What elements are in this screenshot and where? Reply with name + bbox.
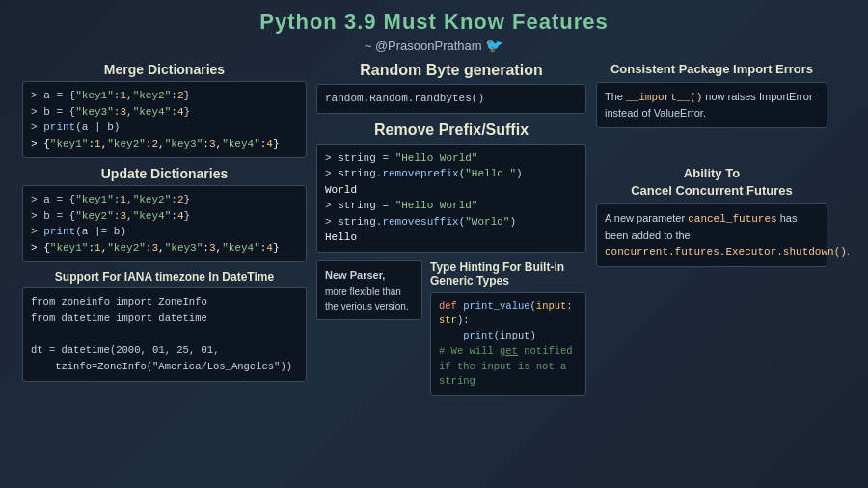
code-line: > a = {"key1":1,"key2":2} — [31, 192, 298, 208]
page-wrapper: Python 3.9 Must Know Features ~ @Prasoon… — [0, 0, 868, 488]
code-line: print(input) — [439, 329, 578, 344]
code-line: > string.removeprefix("Hello ") — [325, 166, 578, 182]
random-byte-title: Random Byte generation — [316, 62, 586, 79]
iana-title: Support For IANA timezone In DateTime — [22, 270, 307, 284]
random-byte-code-text: random.Random.randbytes() — [325, 93, 484, 104]
code-line: dt = datetime(2000, 01, 25, 01, — [31, 342, 298, 359]
merge-dict-section: Merge Dictionaries > a = {"key1":1,"key2… — [22, 62, 307, 158]
consistent-pkg-title: Consistent Package Import Errors — [596, 62, 827, 78]
code-line: > b = {"key3":3,"key4":4} — [31, 104, 298, 121]
left-column: Merge Dictionaries > a = {"key1":1,"key2… — [22, 62, 307, 396]
code-line: > string.removesuffix("World") — [325, 214, 578, 230]
new-parser-label: New Parser, — [325, 267, 414, 284]
remove-prefix-title: Remove Prefix/Suffix — [316, 122, 586, 139]
consistent-pkg-info: The __import__() now raises ImportError … — [596, 82, 827, 128]
code-line: > {"key1":1,"key2":3,"key3":3,"key4":4} — [31, 240, 298, 257]
code-line: > string = "Hello World" — [325, 198, 578, 214]
bottom-mid: New Parser, more flexible than the verio… — [316, 260, 586, 397]
random-byte-code: random.Random.randbytes() — [316, 84, 586, 114]
update-dict-section: Update Dictionaries > a = {"key1":1,"key… — [22, 166, 307, 262]
code-line: def print_value(input: str): — [439, 299, 578, 330]
new-parser-box: New Parser, more flexible than the verio… — [316, 260, 422, 321]
code-line — [31, 327, 298, 343]
new-parser-text: more flexible than the verious version. — [325, 285, 414, 313]
code-line: > b = {"key2":3,"key4":4} — [31, 208, 298, 225]
mid-column: Random Byte generation random.Random.ran… — [316, 62, 586, 396]
subtitle: ~ @PrasoonPratham 🐦 — [14, 37, 854, 54]
code-line: > {"key1":1,"key2":2,"key3":3,"key4":4} — [31, 136, 298, 152]
update-dict-code: > a = {"key1":1,"key2":2} > b = {"key2":… — [22, 185, 307, 262]
type-hint-title: Type Hinting For Built-in Generic Types — [430, 260, 586, 287]
iana-section: Support For IANA timezone In DateTime fr… — [22, 270, 307, 382]
twitter-icon: 🐦 — [485, 37, 503, 53]
right-column: Consistent Package Import Errors The __i… — [596, 62, 827, 396]
header: Python 3.9 Must Know Features ~ @Prasoon… — [14, 10, 854, 54]
code-line: tzinfo=ZoneInfo("America/Los_Angeles")) — [31, 359, 298, 375]
code-line: from datetime import datetime — [31, 311, 298, 327]
remove-prefix-code: > string = "Hello World" > string.remove… — [316, 144, 586, 253]
code-line: # We will get notified if the input is n… — [439, 344, 578, 390]
remove-prefix-section: Remove Prefix/Suffix > string = "Hello W… — [316, 122, 586, 253]
code-line: > print(a | b) — [31, 120, 298, 136]
code-line: > a = {"key1":1,"key2":2} — [31, 88, 298, 104]
main-title: Python 3.9 Must Know Features — [14, 10, 854, 35]
code-line: > print(a |= b) — [31, 224, 298, 240]
cancel-futures-title1: Ability To Cancel Concurrent Futures — [596, 165, 827, 200]
consistent-pkg-section: Consistent Package Import Errors The __i… — [596, 62, 827, 128]
code-line: from zoneinfo import ZoneInfo — [31, 294, 298, 311]
cancel-futures-section: Ability To Cancel Concurrent Futures A n… — [596, 165, 827, 267]
code-line: > string = "Hello World" — [325, 150, 578, 167]
merge-dict-title: Merge Dictionaries — [22, 62, 307, 77]
type-hint-section: Type Hinting For Built-in Generic Types … — [430, 260, 586, 397]
cancel-futures-info: A new parameter cancel_futures has been … — [596, 203, 827, 267]
update-dict-title: Update Dictionaries — [22, 166, 307, 181]
iana-code: from zoneinfo import ZoneInfo from datet… — [22, 287, 307, 382]
merge-dict-code: > a = {"key1":1,"key2":2} > b = {"key3":… — [22, 81, 307, 158]
random-byte-section: Random Byte generation random.Random.ran… — [316, 62, 586, 114]
code-line: World — [325, 182, 578, 199]
code-line: Hello — [325, 230, 578, 246]
type-hint-code: def print_value(input: str): print(input… — [430, 292, 586, 397]
